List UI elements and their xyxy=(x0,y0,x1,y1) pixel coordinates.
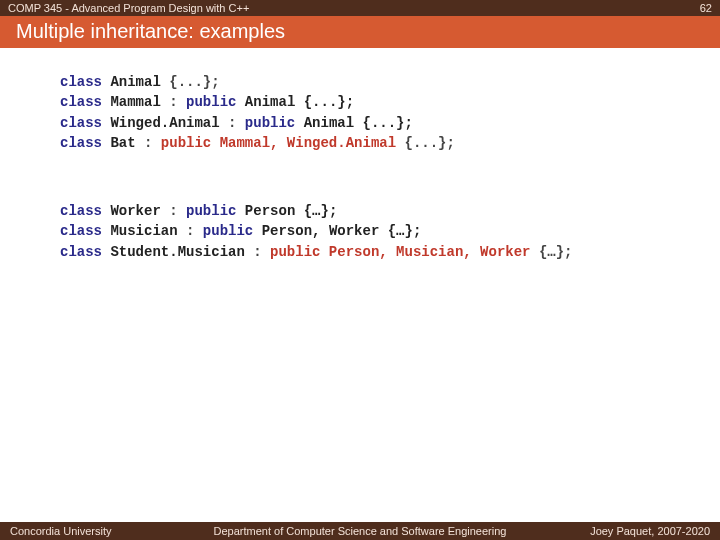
code-line: class Bat : public Mammal, Winged.Animal… xyxy=(60,133,690,153)
colon: : xyxy=(186,223,203,239)
code-group-1: class Animal {...}; class Mammal : publi… xyxy=(60,72,690,153)
page-number: 62 xyxy=(700,2,712,14)
footer-right: Joey Paquet, 2007-2020 xyxy=(590,525,710,537)
keyword-class: class xyxy=(60,223,102,239)
class-name: Winged.Animal xyxy=(102,115,228,131)
class-name: Bat xyxy=(102,135,144,151)
code-line: class Musician : public Person, Worker {… xyxy=(60,221,690,241)
base-list: Person {…}; xyxy=(236,203,337,219)
slide-title-band: Multiple inheritance: examples xyxy=(0,16,720,48)
colon: : xyxy=(169,203,186,219)
highlighted-bases: public Person, Musician, Worker xyxy=(270,244,530,260)
colon: : xyxy=(144,135,161,151)
footer-left: Concordia University xyxy=(10,525,111,537)
class-name: Animal xyxy=(102,74,169,90)
keyword-class: class xyxy=(60,203,102,219)
slide-title: Multiple inheritance: examples xyxy=(16,20,285,42)
code-group-2: class Worker : public Person {…}; class … xyxy=(60,201,690,262)
course-title: COMP 345 - Advanced Program Design with … xyxy=(8,2,249,14)
keyword-public: public xyxy=(186,94,236,110)
colon: : xyxy=(253,244,270,260)
code-body: {...}; xyxy=(169,74,219,90)
code-line: class Worker : public Person {…}; xyxy=(60,201,690,221)
keyword-class: class xyxy=(60,115,102,131)
code-line: class Animal {...}; xyxy=(60,72,690,92)
code-body: {…}; xyxy=(531,244,573,260)
base-list: Animal {...}; xyxy=(236,94,354,110)
class-name: Student.Musician xyxy=(102,244,253,260)
keyword-class: class xyxy=(60,135,102,151)
keyword-public: public xyxy=(203,223,253,239)
footer-bar: Concordia University Department of Compu… xyxy=(0,522,720,540)
base-list: Animal {...}; xyxy=(295,115,413,131)
keyword-class: class xyxy=(60,94,102,110)
keyword-class: class xyxy=(60,244,102,260)
top-bar: COMP 345 - Advanced Program Design with … xyxy=(0,0,720,16)
colon: : xyxy=(228,115,245,131)
keyword-public: public xyxy=(245,115,295,131)
keyword-public: public xyxy=(186,203,236,219)
class-name: Mammal xyxy=(102,94,169,110)
colon: : xyxy=(169,94,186,110)
code-line: class Winged.Animal : public Animal {...… xyxy=(60,113,690,133)
code-body: {...}; xyxy=(396,135,455,151)
base-list: Person, Worker {…}; xyxy=(253,223,421,239)
code-line: class Student.Musician : public Person, … xyxy=(60,242,690,262)
class-name: Worker xyxy=(102,203,169,219)
code-line: class Mammal : public Animal {...}; xyxy=(60,92,690,112)
keyword-class: class xyxy=(60,74,102,90)
highlighted-bases: public Mammal, Winged.Animal xyxy=(161,135,396,151)
footer-center: Department of Computer Science and Softw… xyxy=(214,525,507,537)
class-name: Musician xyxy=(102,223,186,239)
slide-content: class Animal {...}; class Mammal : publi… xyxy=(0,48,720,262)
